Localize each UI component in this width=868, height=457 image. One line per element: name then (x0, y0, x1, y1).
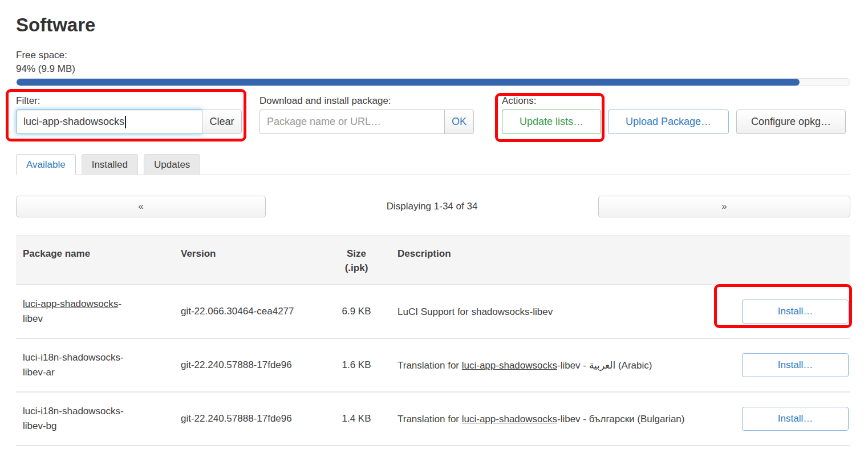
tab-updates[interactable]: Updates (144, 154, 200, 175)
free-space-progressbar (16, 78, 850, 86)
header-size: Size (.ipk) (322, 236, 391, 284)
clear-button[interactable]: Clear (202, 110, 242, 134)
filter-input[interactable]: luci-app-shadowsocks (16, 110, 202, 134)
install-button[interactable]: Install… (742, 407, 849, 431)
table-header-row: Package name Version Size (.ipk) Descrip… (16, 236, 850, 284)
download-label: Download and install package: (259, 94, 502, 108)
package-name: luci-i18n-shadowsocks-libev-bg (23, 404, 140, 434)
tab-available[interactable]: Available (16, 154, 76, 175)
package-version: git-22.240.57888-17fde96 (174, 451, 322, 457)
free-space-label: Free space: (16, 48, 850, 62)
filter-input-value: luci-app-shadowsocks (23, 116, 124, 128)
tab-installed[interactable]: Installed (82, 154, 138, 175)
configure-opkg-button[interactable]: Configure opkg… (736, 110, 846, 134)
header-package-name: Package name (16, 236, 174, 270)
header-actions-spacer (735, 236, 850, 256)
filter-group: Filter: luci-app-shadowsocks Clear (16, 94, 259, 134)
package-name: luci-i18n-shadowsocks-libev-ar (23, 350, 140, 380)
package-size: 6.9 KB (322, 293, 391, 330)
filter-label: Filter: (16, 94, 259, 108)
table-row: luci-i18n-shadowsocks-libev-ar git-22.24… (16, 338, 850, 391)
prev-page-button[interactable]: « (16, 196, 266, 217)
download-group: Download and install package: OK (259, 94, 502, 134)
free-space-fill (17, 79, 800, 86)
package-table: Package name Version Size (.ipk) Descrip… (16, 236, 850, 457)
package-description: LuCI Support for shadowsocks-libev (398, 304, 694, 320)
ok-button[interactable]: OK (444, 110, 474, 134)
table-row: luci-i18n-shadowsocks-libev-bg git-22.24… (16, 391, 850, 445)
package-size: 1.4 KB (322, 451, 391, 457)
package-name: luci-app-shadowsocks-libev (23, 297, 140, 326)
install-button[interactable]: Install… (742, 353, 849, 377)
package-description: Translation for luci-app-shadowsocks-lib… (398, 411, 694, 427)
table-row: luci-app-shadowsocks-libev git-22.066.30… (16, 284, 850, 338)
package-description: Translation for luci-app-shadowsocks-lib… (398, 358, 694, 373)
pagination: « Displaying 1-34 of 34 » (16, 196, 850, 217)
pagination-status: Displaying 1-34 of 34 (387, 201, 478, 212)
free-space-value: 94% (9.9 MB) (16, 62, 850, 76)
package-url-input[interactable] (259, 110, 445, 134)
install-button[interactable]: Install… (742, 300, 849, 323)
controls-row: Filter: luci-app-shadowsocks Clear Downl… (16, 94, 850, 134)
package-size: 1.6 KB (322, 346, 391, 384)
page-title: Software (16, 14, 850, 36)
package-version: git-22.240.57888-17fde96 (174, 346, 322, 384)
actions-label: Actions: (502, 94, 846, 108)
package-size: 1.4 KB (322, 400, 391, 438)
tab-bar: Available Installed Updates (16, 154, 850, 175)
header-description: Description (391, 236, 735, 270)
next-page-button[interactable]: » (598, 196, 850, 217)
package-version: git-22.066.30464-cea4277 (174, 293, 322, 330)
table-row: luci-i18n-shadowsocks- git-22.240.57888-… (16, 445, 850, 457)
software-page: Software Free space: 94% (9.9 MB) Filter… (0, 14, 868, 457)
actions-group: Actions: Update lists… Upload Package… C… (502, 94, 846, 134)
free-space-section: Free space: 94% (9.9 MB) (16, 48, 850, 86)
text-caret (125, 116, 126, 128)
package-version: git-22.240.57888-17fde96 (174, 400, 322, 438)
header-version: Version (174, 236, 322, 270)
upload-package-button[interactable]: Upload Package… (608, 110, 729, 134)
update-lists-button[interactable]: Update lists… (502, 110, 601, 134)
